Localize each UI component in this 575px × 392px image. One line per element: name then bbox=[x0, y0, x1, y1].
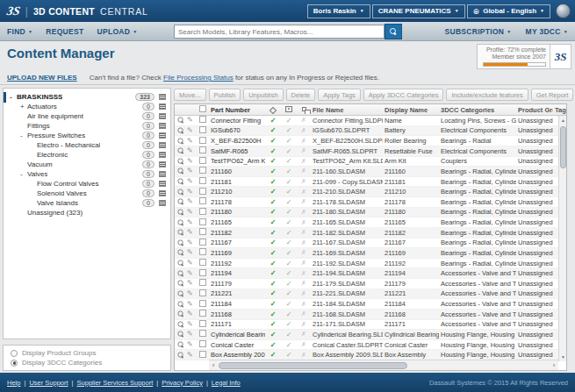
toolbar-button[interactable]: Publish bbox=[209, 89, 241, 101]
edit-pencil-icon[interactable]: ✎ bbox=[187, 198, 193, 205]
tree-menu-icon[interactable] bbox=[159, 123, 166, 129]
edit-pencil-icon[interactable]: ✎ bbox=[187, 321, 193, 328]
company-menu-button[interactable]: CRANE PNEUMATICS ▼ bbox=[372, 4, 465, 18]
column-header-image[interactable] bbox=[281, 106, 297, 114]
edit-pencil-icon[interactable]: ✎ bbox=[187, 117, 193, 124]
table-row[interactable]: ✎ SatMF-R065 ✓ ✓ ✗ SatMF-R065.SLDPRT Res… bbox=[175, 146, 566, 157]
preview-icon[interactable] bbox=[177, 270, 183, 276]
row-checkbox[interactable] bbox=[199, 300, 206, 307]
footer-link[interactable]: Privacy Policy bbox=[153, 379, 203, 387]
tree-menu-icon[interactable] bbox=[159, 152, 166, 158]
edit-pencil-icon[interactable]: ✎ bbox=[187, 301, 193, 308]
row-checkbox[interactable] bbox=[199, 340, 206, 347]
edit-pencil-icon[interactable]: ✎ bbox=[187, 178, 193, 185]
toolbar-button[interactable]: Delete bbox=[286, 89, 316, 101]
table-row[interactable]: ✎ 211171 ✓ ✓ ✗ 211-171.SLDASM 211171 Acc… bbox=[175, 320, 566, 331]
nav-menu-item[interactable]: UPLOAD ▼ bbox=[97, 27, 137, 36]
preview-icon[interactable] bbox=[177, 301, 183, 307]
tree-menu-icon[interactable] bbox=[159, 132, 166, 139]
table-row[interactable]: ✎ 211221 ✓ ✓ ✗ 211-221.SLDASM 211221 Acc… bbox=[175, 289, 566, 300]
tree-menu-icon[interactable] bbox=[159, 171, 166, 177]
preview-icon[interactable] bbox=[177, 250, 183, 256]
table-row[interactable]: ✎ 211180 ✓ ✓ ✗ 211-180.SLDASM 211180 Bea… bbox=[175, 208, 566, 218]
edit-pencil-icon[interactable]: ✎ bbox=[187, 219, 193, 226]
table-row[interactable]: ✎ Conical Caster ✓ ✓ ✗ Conical Caster.SL… bbox=[175, 340, 566, 351]
preview-icon[interactable] bbox=[177, 199, 183, 205]
user-menu-button[interactable]: Boris Raskin ▼ bbox=[307, 4, 370, 18]
tree-item[interactable]: Electro - Mechanical 0 bbox=[4, 140, 170, 150]
row-checkbox[interactable] bbox=[199, 289, 206, 296]
tree-menu-icon[interactable] bbox=[159, 190, 166, 196]
preview-icon[interactable] bbox=[177, 341, 183, 347]
display-option[interactable]: Display Product Groups bbox=[11, 348, 170, 358]
edit-pencil-icon[interactable]: ✎ bbox=[187, 127, 193, 134]
table-row[interactable]: ✎ 211179 ✓ ✓ ✗ 211-179.SLDASM 211179 Acc… bbox=[175, 279, 566, 289]
preview-icon[interactable] bbox=[177, 118, 183, 124]
preview-icon[interactable] bbox=[177, 311, 183, 317]
table-row[interactable]: ✎ 211192 ✓ ✓ ✗ 211-192.SLDASM 211192 Bea… bbox=[175, 259, 566, 269]
horizontal-scroll-thumb[interactable] bbox=[219, 362, 407, 369]
edit-pencil-icon[interactable]: ✎ bbox=[187, 310, 193, 317]
preview-icon[interactable] bbox=[177, 168, 183, 175]
footer-link[interactable]: Legal Info bbox=[203, 379, 241, 387]
row-checkbox[interactable] bbox=[199, 310, 206, 317]
scroll-left-icon[interactable]: ‹ bbox=[209, 360, 218, 371]
search-input[interactable] bbox=[174, 25, 385, 39]
table-row[interactable]: ✎ 211168 ✓ ✓ ✗ 211-168.SLDASM 211168 Acc… bbox=[175, 310, 566, 320]
tree-menu-icon[interactable] bbox=[159, 103, 166, 110]
nav-menu-item[interactable]: MY 3DCC ▼ bbox=[526, 27, 568, 36]
edit-pencil-icon[interactable]: ✎ bbox=[187, 331, 193, 338]
row-checkbox[interactable] bbox=[199, 259, 206, 266]
preview-icon[interactable] bbox=[177, 178, 183, 184]
locale-menu-button[interactable]: ⊕ Global - English ▼ bbox=[467, 4, 550, 18]
table-row[interactable]: ✎ Cylinderical Bearing ✓ ✓ ✗ Cylinderica… bbox=[175, 330, 566, 340]
vertical-scrollbar[interactable]: ▲ ▼ bbox=[558, 116, 566, 361]
footer-link[interactable]: Help bbox=[7, 379, 20, 387]
table-row[interactable]: ✎ 211160 ✓ ✓ ✗ 211-160.SLDASM 211160 Bea… bbox=[175, 167, 566, 177]
column-header-display-name[interactable]: Display Name bbox=[383, 106, 439, 114]
tree-expander-icon[interactable]: - bbox=[20, 170, 27, 178]
row-checkbox[interactable] bbox=[199, 248, 206, 255]
table-row[interactable]: ✎ 211181 ✓ ✓ ✗ 211-099 - Copy.SLDASM 211… bbox=[175, 177, 566, 188]
preview-icon[interactable] bbox=[177, 290, 183, 296]
tree-menu-icon[interactable] bbox=[159, 161, 166, 167]
table-row[interactable]: ✎ 211182 ✓ ✓ ✗ 211-182.SLDASM 211182 Bea… bbox=[175, 228, 566, 239]
edit-pencil-icon[interactable]: ✎ bbox=[187, 167, 193, 175]
radio-button[interactable] bbox=[11, 360, 18, 367]
edit-pencil-icon[interactable]: ✎ bbox=[187, 280, 193, 287]
tree-item[interactable]: - Pressure Switches 0 bbox=[4, 131, 170, 140]
edit-pencil-icon[interactable]: ✎ bbox=[187, 147, 193, 154]
tree-item[interactable]: Fittings 0 bbox=[4, 121, 170, 131]
row-checkbox[interactable] bbox=[199, 228, 206, 235]
table-row[interactable]: ✎ TestTPO62_Arm Kit ✓ ✓ ✗ TestTPO62_Arm … bbox=[175, 157, 566, 167]
table-row[interactable]: ✎ 211169 ✓ ✓ ✗ 211-169.SLDASM 211169 Bea… bbox=[175, 248, 566, 259]
table-row[interactable]: ✎ 211210 ✓ ✓ ✗ 211-210.SLDASM 211210 Bea… bbox=[175, 187, 566, 197]
tree-item[interactable]: Solenoid Valves 0 bbox=[4, 189, 170, 198]
row-checkbox[interactable] bbox=[199, 137, 206, 144]
preview-icon[interactable] bbox=[177, 189, 183, 195]
edit-pencil-icon[interactable]: ✎ bbox=[187, 229, 193, 236]
toolbar-button[interactable]: Include/exclude features bbox=[446, 89, 528, 101]
row-checkbox[interactable] bbox=[199, 116, 206, 123]
upload-new-files-link[interactable]: UPLOAD NEW FILES bbox=[7, 74, 77, 82]
preview-icon[interactable] bbox=[177, 230, 183, 236]
search-button[interactable] bbox=[385, 24, 402, 39]
edit-pencil-icon[interactable]: ✎ bbox=[187, 158, 193, 165]
tree-item[interactable]: - BRASKINSSS 323 bbox=[4, 92, 170, 102]
toolbar-button[interactable]: Apply Tags bbox=[318, 89, 361, 101]
row-checkbox[interactable] bbox=[199, 197, 206, 204]
preview-icon[interactable] bbox=[177, 260, 183, 266]
display-option[interactable]: Display 3DCC Categories bbox=[11, 358, 170, 367]
row-checkbox[interactable] bbox=[199, 146, 206, 153]
table-row[interactable]: ✎ 211184 ✓ ✓ ✗ 211-184.SLDASM 211184 Acc… bbox=[175, 299, 566, 310]
toolbar-button[interactable]: Unpublish bbox=[243, 89, 283, 101]
table-row[interactable]: ✎ Connector Fitting ✓ ✓ ✗ Connector Fitt… bbox=[175, 116, 566, 126]
toolbar-button[interactable]: Apply 3DCC Categories bbox=[363, 89, 444, 101]
preview-icon[interactable] bbox=[177, 331, 183, 338]
tree-expander-icon[interactable]: - bbox=[10, 93, 17, 101]
preview-icon[interactable] bbox=[177, 321, 183, 327]
edit-pencil-icon[interactable]: ✎ bbox=[187, 239, 193, 246]
nav-menu-item[interactable]: REQUEST bbox=[46, 27, 83, 36]
row-checkbox[interactable] bbox=[199, 320, 206, 327]
tree-menu-icon[interactable] bbox=[159, 200, 166, 206]
